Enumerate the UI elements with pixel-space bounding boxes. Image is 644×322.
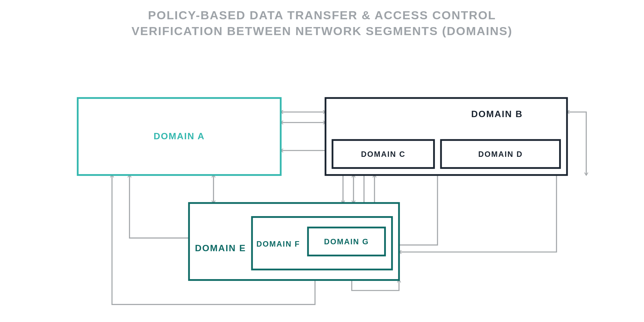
domain-f-label: DOMAIN F bbox=[256, 240, 300, 248]
title-line-2: VERIFICATION BETWEEN NETWORK SEGMENTS (D… bbox=[132, 24, 512, 38]
arrow-B-E bbox=[399, 168, 557, 252]
diagram-canvas: POLICY-BASED DATA TRANSFER & ACCESS CONT… bbox=[0, 0, 644, 322]
domain-g-box: DOMAIN G bbox=[308, 228, 385, 256]
domain-d-label: DOMAIN D bbox=[478, 150, 523, 159]
title-line-1: POLICY-BASED DATA TRANSFER & ACCESS CONT… bbox=[148, 9, 496, 22]
domain-c-label: DOMAIN C bbox=[361, 150, 406, 159]
domains-layer: DOMAIN ADOMAIN BDOMAIN EDOMAIN CDOMAIN D… bbox=[78, 98, 567, 280]
domain-a-label: DOMAIN A bbox=[154, 131, 205, 141]
domain-a-box: DOMAIN A bbox=[78, 98, 281, 175]
domain-e-label: DOMAIN E bbox=[195, 243, 246, 253]
domain-b-label: DOMAIN B bbox=[471, 109, 523, 119]
domain-g-label: DOMAIN G bbox=[324, 237, 369, 246]
arrow-B-top-right bbox=[567, 112, 586, 175]
domain-c-box: DOMAIN C bbox=[332, 140, 434, 168]
domain-d-box: DOMAIN D bbox=[441, 140, 560, 168]
